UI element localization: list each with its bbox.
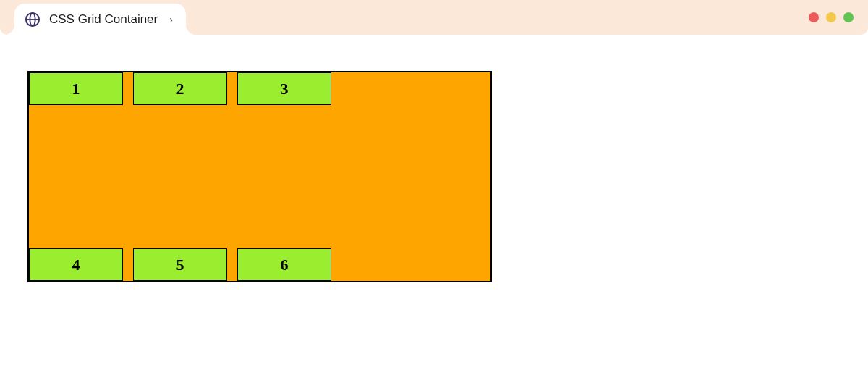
grid-item: 4 (29, 248, 123, 281)
browser-tab[interactable]: CSS Grid Container › (14, 4, 186, 35)
globe-icon (25, 12, 41, 28)
window-close-button[interactable] (809, 12, 819, 22)
window-maximize-button[interactable] (843, 12, 854, 22)
window-controls (809, 12, 854, 22)
browser-tab-bar: CSS Grid Container › (0, 0, 868, 35)
window-minimize-button[interactable] (826, 12, 836, 22)
grid-item: 2 (133, 72, 227, 105)
grid-item: 1 (29, 72, 123, 105)
grid-container: 1 2 3 4 5 6 (27, 71, 492, 282)
grid-item: 5 (133, 248, 227, 281)
page-content: 1 2 3 4 5 6 (0, 35, 868, 282)
grid-item: 6 (237, 248, 331, 281)
tab-area: CSS Grid Container › (14, 0, 186, 35)
tab-title: CSS Grid Container (49, 12, 158, 27)
grid-item: 3 (237, 72, 331, 105)
chevron-right-icon: › (169, 14, 173, 25)
